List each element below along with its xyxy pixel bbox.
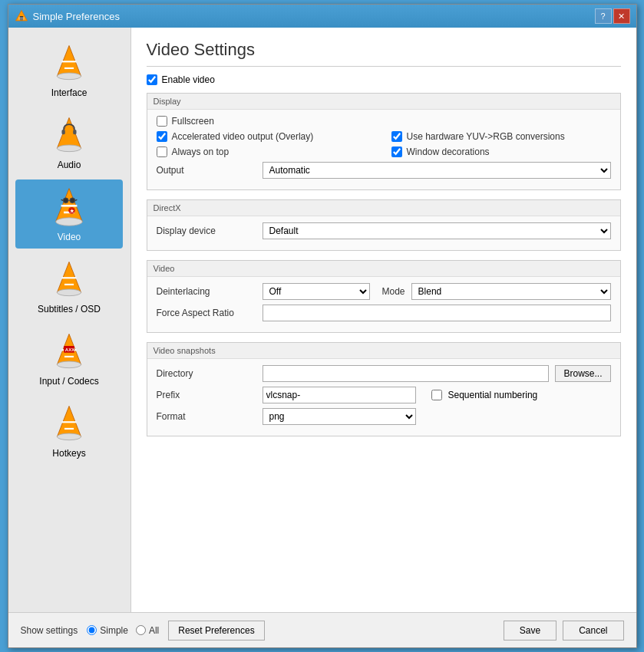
sidebar-item-label-subtitles: Subtitles / OSD <box>38 304 101 314</box>
sidebar-item-input[interactable]: AXX Input / Codecs <box>15 324 123 393</box>
sidebar-item-label-audio: Audio <box>58 160 81 170</box>
show-settings-label: Show settings <box>21 625 78 636</box>
always-on-top-checkbox[interactable] <box>157 147 167 157</box>
enable-video-checkbox[interactable] <box>147 74 157 85</box>
directory-input[interactable] <box>263 365 550 382</box>
main-content: Interface Audio <box>8 28 636 612</box>
all-label: All <box>149 625 159 636</box>
window-decorations-label: Window decorations <box>407 147 490 157</box>
svg-text:AXX: AXX <box>65 347 74 352</box>
browse-button[interactable]: Browse... <box>555 365 610 382</box>
video-section-content: Deinterlacing Off On Mode Blend Linear M… <box>147 277 620 332</box>
subtitles-icon <box>48 258 91 301</box>
directory-row: Directory Browse... <box>157 365 611 382</box>
footer-right: Save Cancel <box>504 621 624 640</box>
svg-line-20 <box>75 199 78 200</box>
directx-section: DirectX Display device Default <box>147 199 621 251</box>
sidebar-item-interface[interactable]: Interface <box>15 35 123 104</box>
deinterlacing-row: Deinterlacing Off On Mode Blend Linear M… <box>157 283 611 300</box>
title-bar-buttons: ? ✕ <box>595 8 630 24</box>
deinterlacing-label: Deinterlacing <box>157 286 256 297</box>
sidebar-item-audio[interactable]: Audio <box>15 107 123 176</box>
footer: Show settings Simple All Reset Preferenc… <box>8 612 636 647</box>
svg-rect-10 <box>61 130 64 134</box>
sidebar-item-subtitles[interactable]: Subtitles / OSD <box>15 252 123 321</box>
svg-rect-2 <box>18 18 25 18</box>
directx-section-content: Display device Default <box>147 216 620 250</box>
svg-rect-3 <box>18 18 25 19</box>
display-device-select[interactable]: Default <box>263 222 611 239</box>
hw-yuv-checkbox[interactable] <box>391 131 402 142</box>
svg-point-34 <box>57 433 81 440</box>
video-icon: ★ <box>48 186 91 229</box>
sequential-numbering-label: Sequential numbering <box>448 390 538 400</box>
sequential-numbering-checkbox[interactable] <box>431 390 442 400</box>
svg-point-24 <box>57 289 81 296</box>
reset-preferences-button[interactable]: Reset Preferences <box>168 621 264 640</box>
mode-label: Mode <box>382 286 405 297</box>
simple-label: Simple <box>100 625 128 636</box>
sidebar-item-label-video: Video <box>58 232 81 242</box>
simple-radio-label: Simple <box>87 625 128 636</box>
title-bar-left: Simple Preferences <box>15 9 120 23</box>
sidebar-item-video[interactable]: ★ Video <box>15 179 123 249</box>
always-on-top-row: Always on top <box>157 147 376 157</box>
enable-video-row: Enable video <box>147 74 621 85</box>
all-radio-label: All <box>136 625 159 636</box>
enable-video-label: Enable video <box>162 74 215 85</box>
hw-yuv-row: Use hardware YUV->RGB conversions <box>391 131 611 142</box>
cancel-button[interactable]: Cancel <box>563 621 623 640</box>
sidebar: Interface Audio <box>8 28 131 612</box>
content-area: Video Settings Enable video Display Full… <box>131 28 636 612</box>
prefix-input[interactable] <box>263 387 416 403</box>
svg-line-18 <box>61 199 64 200</box>
sidebar-item-label-interface: Interface <box>51 87 88 98</box>
always-on-top-label: Always on top <box>172 147 230 157</box>
mode-select[interactable]: Blend Linear Mean Bob <box>411 283 611 300</box>
save-button[interactable]: Save <box>504 621 556 640</box>
svg-point-16 <box>63 198 68 203</box>
accel-checkbox[interactable] <box>157 131 167 142</box>
video-section-title: Video <box>147 261 620 277</box>
always-top-windecorations-row: Always on top Window decorations <box>157 147 611 162</box>
prefix-label: Prefix <box>157 390 256 400</box>
audio-icon <box>48 114 91 156</box>
fullscreen-checkbox[interactable] <box>157 116 167 127</box>
snapshots-section: Video snapshots Directory Browse... Pref… <box>147 342 621 436</box>
directx-section-title: DirectX <box>147 200 620 216</box>
vlc-logo-icon <box>15 9 28 23</box>
accel-row: Accelerated video output (Overlay) <box>157 131 376 142</box>
footer-left: Show settings Simple All Reset Preferenc… <box>21 621 265 640</box>
hw-yuv-label: Use hardware YUV->RGB conversions <box>407 131 565 142</box>
format-select[interactable]: png jpg tiff <box>263 408 416 425</box>
display-section: Display Fullscreen Accelerated video out… <box>147 93 621 190</box>
display-section-content: Fullscreen Accelerated video output (Ove… <box>147 110 620 189</box>
force-aspect-ratio-input[interactable] <box>263 305 611 321</box>
svg-marker-8 <box>57 117 81 148</box>
directory-label: Directory <box>157 368 256 379</box>
prefix-row: Prefix Sequential numbering <box>157 387 611 403</box>
sidebar-item-hotkeys[interactable]: Hotkeys <box>15 396 123 465</box>
snapshots-section-title: Video snapshots <box>147 343 620 359</box>
svg-point-28 <box>57 361 81 368</box>
output-select[interactable]: Automatic <box>263 162 611 179</box>
fullscreen-label: Fullscreen <box>172 116 214 127</box>
window-decorations-checkbox[interactable] <box>391 147 402 157</box>
simple-radio[interactable] <box>87 625 97 635</box>
output-row: Output Automatic <box>157 162 611 179</box>
accel-label: Accelerated video output (Overlay) <box>172 131 314 142</box>
help-button[interactable]: ? <box>595 8 612 24</box>
deinterlacing-select[interactable]: Off On <box>263 283 370 300</box>
display-device-label: Display device <box>157 226 256 236</box>
svg-point-9 <box>57 145 81 152</box>
sidebar-item-label-hotkeys: Hotkeys <box>52 448 85 459</box>
window-title: Simple Preferences <box>33 11 120 22</box>
sidebar-item-label-input: Input / Codecs <box>39 376 98 387</box>
format-label: Format <box>157 411 256 422</box>
all-radio[interactable] <box>136 625 146 635</box>
force-aspect-ratio-label: Force Aspect Ratio <box>157 308 256 318</box>
hotkeys-icon <box>48 402 91 445</box>
interface-icon <box>48 41 91 84</box>
close-button[interactable]: ✕ <box>613 8 630 24</box>
snapshots-section-content: Directory Browse... Prefix Sequential nu… <box>147 359 620 436</box>
